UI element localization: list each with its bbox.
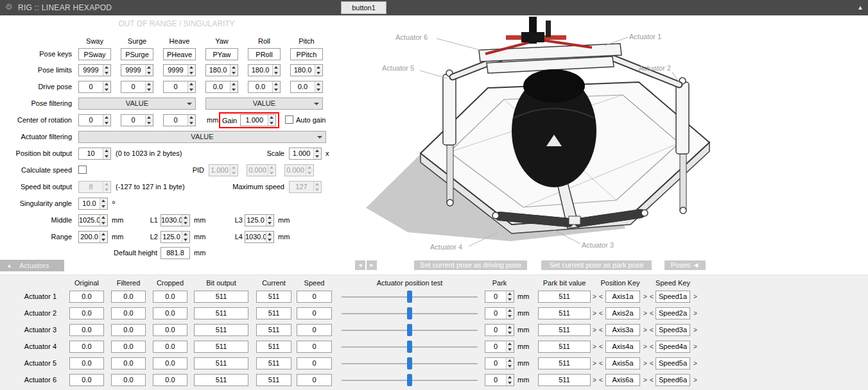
spinner-up-icon[interactable] <box>507 375 514 380</box>
spinner-up-icon[interactable] <box>315 81 322 87</box>
spinner-down-icon[interactable] <box>146 120 153 126</box>
spinner-down-icon[interactable] <box>315 87 322 92</box>
spinner-down-icon[interactable] <box>315 70 322 76</box>
spinner-down-icon[interactable] <box>188 87 195 92</box>
spinner-arrows[interactable] <box>103 81 110 92</box>
spinner-up-icon[interactable] <box>146 81 153 87</box>
spinner-arrows[interactable] <box>268 165 275 176</box>
spinner-arrows[interactable] <box>315 65 322 76</box>
spinner-arrows[interactable] <box>100 198 107 209</box>
spinner-up-icon[interactable] <box>230 81 238 87</box>
speed-key-value[interactable]: Speed1a <box>655 291 690 303</box>
viewport-next-button[interactable]: ► <box>367 260 377 270</box>
spinner-down-icon[interactable] <box>100 203 107 209</box>
speed-key-value[interactable]: Speed6a <box>655 374 690 386</box>
position-key-prev-button[interactable]: < <box>597 309 605 318</box>
spinner-down-icon[interactable] <box>103 187 110 192</box>
drive-pose-surge-spinner[interactable]: 0 <box>121 81 153 93</box>
spinner-arrows[interactable] <box>230 81 238 92</box>
spinner-down-icon[interactable] <box>268 170 275 176</box>
poses-button[interactable]: Poses ◄ <box>664 260 706 270</box>
park-spinner[interactable]: 0 <box>485 341 514 353</box>
speed-key-capture-button[interactable]: > <box>691 325 699 335</box>
spinner-arrows[interactable] <box>506 291 514 302</box>
scale-spinner[interactable]: 1.000 <box>289 148 322 160</box>
set-park-pose-button[interactable]: Set current pose as park pose <box>541 260 652 270</box>
spinner-up-icon[interactable] <box>507 358 514 363</box>
center-rotation-z-spinner[interactable]: 0 <box>163 114 196 126</box>
spinner-down-icon[interactable] <box>266 237 273 242</box>
spinner-down-icon[interactable] <box>266 220 273 226</box>
spinner-arrows[interactable] <box>230 65 238 76</box>
slider-thumb[interactable] <box>407 307 412 319</box>
spinner-down-icon[interactable] <box>182 220 189 226</box>
slider-thumb[interactable] <box>407 374 412 386</box>
spinner-up-icon[interactable] <box>230 65 238 70</box>
tab-actuators[interactable]: ▲ Actuators <box>0 260 64 271</box>
speed-key-capture-button[interactable]: > <box>691 292 699 301</box>
spinner-down-icon[interactable] <box>103 120 110 126</box>
spinner-up-icon[interactable] <box>103 148 110 153</box>
actuator-position-slider[interactable] <box>342 374 478 386</box>
button1[interactable]: button1 <box>341 1 386 14</box>
pose-limit-yaw-spinner[interactable]: 180.0 <box>205 64 238 76</box>
l4-spinner[interactable]: 1030.0 <box>245 231 274 243</box>
spinner-arrows[interactable] <box>272 81 280 92</box>
speed-key-prev-button[interactable]: < <box>648 325 655 335</box>
actuator-position-slider[interactable] <box>342 357 478 369</box>
spinner-arrows[interactable] <box>182 215 189 226</box>
drive-pose-sway-spinner[interactable]: 0 <box>78 81 111 93</box>
spinner-down-icon[interactable] <box>230 70 238 76</box>
actuator-position-slider[interactable] <box>342 291 478 303</box>
speed-key-prev-button[interactable]: < <box>648 375 655 385</box>
position-key-value[interactable]: Axis1a <box>605 291 640 303</box>
spinner-down-icon[interactable] <box>100 237 107 242</box>
spinner-up-icon[interactable] <box>182 232 189 237</box>
pose-key-surge-input[interactable] <box>121 48 153 60</box>
spinner-arrows[interactable] <box>182 232 189 242</box>
center-rotation-x-spinner[interactable]: 0 <box>78 114 111 126</box>
spinner-up-icon[interactable] <box>182 215 189 220</box>
spinner-arrows[interactable] <box>187 115 195 126</box>
spinner-up-icon[interactable] <box>266 232 273 237</box>
position-key-prev-button[interactable]: < <box>597 325 605 335</box>
spinner-arrows[interactable] <box>145 81 153 92</box>
pose-filtering-dropdown-right[interactable]: VALUE <box>205 98 323 110</box>
range-spinner[interactable]: 200.0 <box>78 231 108 243</box>
speed-key-value[interactable]: Speed5a <box>655 357 690 369</box>
spinner-arrows[interactable] <box>103 115 110 126</box>
middle-spinner[interactable]: 1025.0 <box>78 214 108 226</box>
spinner-arrows[interactable] <box>103 182 110 192</box>
spinner-up-icon[interactable] <box>146 65 153 70</box>
spinner-up-icon[interactable] <box>507 341 514 346</box>
position-key-prev-button[interactable]: < <box>597 375 605 385</box>
actuator-filtering-dropdown[interactable]: VALUE <box>78 131 326 143</box>
park-spinner[interactable]: 0 <box>485 307 514 319</box>
spinner-down-icon[interactable] <box>103 153 110 159</box>
spinner-up-icon[interactable] <box>315 65 322 70</box>
spinner-down-icon[interactable] <box>230 87 238 92</box>
pose-limit-surge-spinner[interactable]: 9999 <box>121 64 153 76</box>
auto-gain-checkbox[interactable] <box>285 115 293 124</box>
spinner-up-icon[interactable] <box>100 198 107 203</box>
spinner-arrows[interactable] <box>103 65 110 76</box>
spinner-arrows[interactable] <box>315 81 322 92</box>
drive-pose-pitch-spinner[interactable]: 0.0 <box>290 81 323 93</box>
pose-limit-sway-spinner[interactable]: 9999 <box>78 64 111 76</box>
spinner-arrows[interactable] <box>266 232 273 242</box>
drive-pose-heave-spinner[interactable]: 0 <box>163 81 196 93</box>
gain-spinner[interactable]: 1.000 <box>240 114 276 126</box>
pose-key-sway-input[interactable] <box>78 48 111 60</box>
spinner-up-icon[interactable] <box>507 291 514 296</box>
actuator-position-slider[interactable] <box>342 307 478 319</box>
spinner-up-icon[interactable] <box>266 215 273 220</box>
spinner-down-icon[interactable] <box>188 70 195 76</box>
viewport-prev-button[interactable]: ◄ <box>355 260 365 270</box>
position-bit-output-spinner[interactable]: 10 <box>78 148 111 160</box>
speed-key-value[interactable]: Speed2a <box>655 307 690 319</box>
spinner-down-icon[interactable] <box>146 87 153 92</box>
spinner-up-icon[interactable] <box>103 115 110 120</box>
spinner-down-icon[interactable] <box>100 220 107 226</box>
spinner-down-icon[interactable] <box>268 120 275 126</box>
speed-key-capture-button[interactable]: > <box>691 359 699 368</box>
